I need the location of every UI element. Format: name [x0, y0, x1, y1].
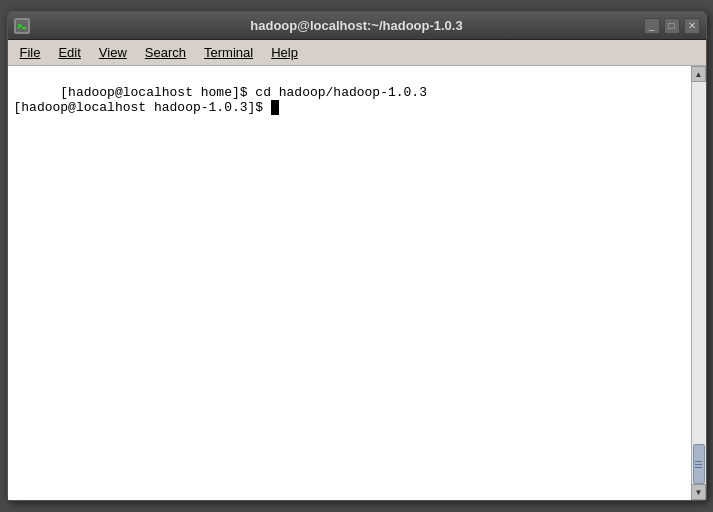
scroll-thumb[interactable]	[693, 444, 705, 484]
window-title: hadoop@localhost:~/hadoop-1.0.3	[250, 18, 462, 33]
menu-edit[interactable]: Edit	[50, 43, 88, 62]
title-bar-left	[14, 18, 30, 34]
scrollbar: ▲ ▼	[691, 66, 706, 500]
terminal-cursor	[271, 100, 279, 115]
menu-help[interactable]: Help	[263, 43, 306, 62]
scroll-down-arrow[interactable]: ▼	[691, 484, 706, 500]
grip-line-3	[695, 467, 702, 468]
terminal-line1: [hadoop@localhost home]$ cd hadoop/hadoo…	[60, 85, 427, 100]
terminal-body: [hadoop@localhost home]$ cd hadoop/hadoo…	[8, 66, 706, 500]
scroll-track[interactable]	[692, 82, 706, 484]
scroll-thumb-grip	[694, 445, 704, 483]
close-button[interactable]: ✕	[684, 18, 700, 34]
minimize-button[interactable]: _	[644, 18, 660, 34]
title-bar-controls: _ □ ✕	[644, 18, 700, 34]
maximize-button[interactable]: □	[664, 18, 680, 34]
grip-line-2	[695, 464, 702, 465]
terminal-icon	[14, 18, 30, 34]
scroll-up-arrow[interactable]: ▲	[691, 66, 706, 82]
terminal-line2: [hadoop@localhost hadoop-1.0.3]$	[14, 100, 271, 115]
menu-view[interactable]: View	[91, 43, 135, 62]
menu-terminal[interactable]: Terminal	[196, 43, 261, 62]
menu-file[interactable]: File	[12, 43, 49, 62]
terminal-output[interactable]: [hadoop@localhost home]$ cd hadoop/hadoo…	[8, 66, 691, 500]
grip-line-1	[695, 461, 702, 462]
terminal-window: hadoop@localhost:~/hadoop-1.0.3 _ □ ✕ Fi…	[7, 11, 707, 501]
title-bar: hadoop@localhost:~/hadoop-1.0.3 _ □ ✕	[8, 12, 706, 40]
menu-bar: File Edit View Search Terminal Help	[8, 40, 706, 66]
menu-search[interactable]: Search	[137, 43, 194, 62]
